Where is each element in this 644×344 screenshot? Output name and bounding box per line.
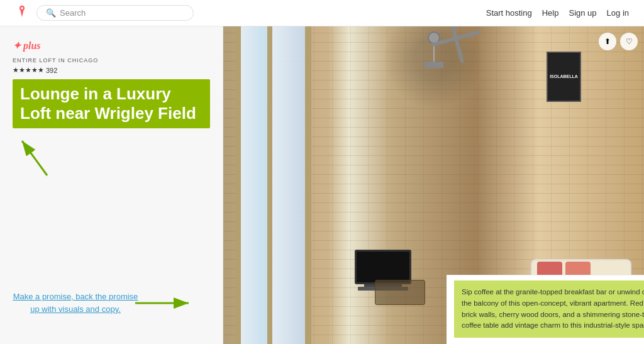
left-panel: ✦ plus ENTIRE LOFT IN CHICAGO ★★★★★ 392 … bbox=[0, 26, 223, 344]
start-hosting-link[interactable]: Start hosting bbox=[486, 8, 532, 18]
star-icons: ★★★★★ bbox=[13, 66, 44, 74]
svg-line-2 bbox=[22, 141, 47, 175]
rating-stars: ★★★★★ 392 bbox=[13, 66, 210, 74]
main-content: ✦ plus ENTIRE LOFT IN CHICAGO ★★★★★ 392 … bbox=[0, 26, 644, 344]
search-icon: 🔍 bbox=[46, 8, 56, 18]
listing-title: Lounge in a Luxury Loft near Wrigley Fie… bbox=[20, 84, 203, 123]
search-bar[interactable]: 🔍 Search bbox=[36, 5, 194, 21]
arrow-up-left bbox=[16, 131, 66, 182]
right-panel: ISOLABELLA ⬆ ♡ ⋮⋮ TOUR THIS HOME Sip cof… bbox=[223, 26, 644, 344]
airbnb-logo[interactable] bbox=[15, 4, 29, 21]
bottom-section: Sip coffee at the granite-topped breakfa… bbox=[447, 275, 644, 344]
coffee-table bbox=[375, 280, 425, 305]
help-link[interactable]: Help bbox=[542, 8, 559, 18]
listing-type: ENTIRE LOFT IN CHICAGO bbox=[13, 57, 210, 64]
header-nav: Start hosting Help Sign up Log in bbox=[486, 8, 629, 18]
share-save-buttons: ⬆ ♡ bbox=[599, 33, 638, 50]
log-in-link[interactable]: Log in bbox=[607, 8, 629, 18]
share-button[interactable]: ⬆ bbox=[599, 33, 616, 50]
arrow-down bbox=[63, 341, 101, 344]
description-box: Sip coffee at the granite-topped breakfa… bbox=[454, 280, 644, 338]
save-button[interactable]: ♡ bbox=[620, 33, 638, 50]
header-left: 🔍 Search bbox=[15, 4, 194, 21]
plus-badge: ✦ plus bbox=[13, 39, 210, 55]
annotation-area: Make a promise, back the promise up with… bbox=[13, 128, 210, 334]
header: 🔍 Search Start hosting Help Sign up Log … bbox=[0, 0, 644, 26]
listing-title-box: Lounge in a Luxury Loft near Wrigley Fie… bbox=[13, 79, 210, 128]
search-placeholder: Search bbox=[60, 8, 86, 18]
arrow-right bbox=[132, 294, 195, 313]
sign-up-link[interactable]: Sign up bbox=[569, 8, 596, 18]
svg-text:✦ plus: ✦ plus bbox=[13, 40, 41, 52]
review-count: 392 bbox=[46, 67, 57, 74]
windows bbox=[236, 26, 311, 344]
promise-annotation: Make a promise, back the promise up with… bbox=[13, 291, 138, 315]
ceiling-fan bbox=[425, 31, 443, 68]
wall-poster: ISOLABELLA bbox=[547, 52, 581, 102]
